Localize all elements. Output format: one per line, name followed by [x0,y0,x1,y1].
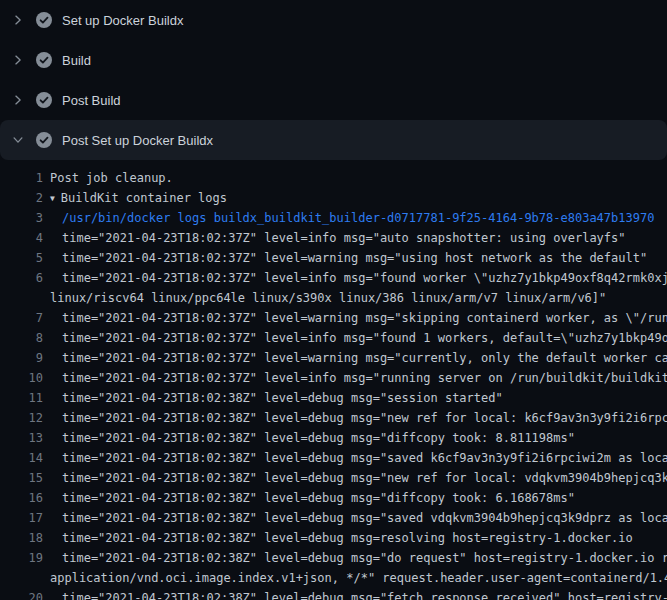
log-line: 15time="2021-04-23T18:02:38Z" level=debu… [0,468,667,488]
log-line-number[interactable]: 6 [0,268,43,288]
actions-log-viewer: Set up Docker BuildxBuildPost BuildPost … [0,0,667,600]
log-line: 18time="2021-04-23T18:02:38Z" level=debu… [0,528,667,548]
group-collapse-triangle-icon: ▼ [50,189,55,208]
log-line: 16time="2021-04-23T18:02:38Z" level=debu… [0,488,667,508]
log-line: 5time="2021-04-23T18:02:37Z" level=warni… [0,248,667,268]
check-circle-icon [36,52,52,68]
log-line-text: time="2021-04-23T18:02:37Z" level=warnin… [43,348,667,368]
log-line-number [0,288,43,308]
log-line: 17time="2021-04-23T18:02:38Z" level=debu… [0,508,667,528]
log-line-text: time="2021-04-23T18:02:38Z" level=debug … [43,468,667,488]
log-line-text: time="2021-04-23T18:02:38Z" level=debug … [43,548,667,568]
log-line: linux/riscv64 linux/ppc64le linux/s390x … [0,288,667,308]
log-line-text: time="2021-04-23T18:02:38Z" level=debug … [43,388,503,408]
steps-list: Set up Docker BuildxBuildPost BuildPost … [0,0,667,160]
chevron-right-icon [12,54,24,66]
log-line-number[interactable]: 5 [0,248,43,268]
log-line: application/vnd.oci.image.index.v1+json,… [0,568,667,588]
step-label: Set up Docker Buildx [62,13,183,28]
log-line-text: time="2021-04-23T18:02:37Z" level=info m… [43,268,667,288]
log-line-text: time="2021-04-23T18:02:37Z" level=info m… [43,368,667,388]
log-line-number[interactable]: 12 [0,408,43,428]
log-line: 9time="2021-04-23T18:02:37Z" level=warni… [0,348,667,368]
log-line-number[interactable]: 14 [0,448,43,468]
log-line-number[interactable]: 17 [0,508,43,528]
chevron-right-icon [12,14,24,26]
chevron-down-icon [12,134,24,146]
log-line: 3/usr/bin/docker logs buildx_buildkit_bu… [0,208,667,228]
log-line-text: ▼BuildKit container logs [43,188,227,208]
log-group-toggle[interactable]: 2▼BuildKit container logs [0,188,667,208]
log-line-text: time="2021-04-23T18:02:38Z" level=debug … [43,588,667,600]
log-line-text: time="2021-04-23T18:02:38Z" level=debug … [43,528,633,548]
log-line-number[interactable]: 13 [0,428,43,448]
log-line-text: time="2021-04-23T18:02:38Z" level=debug … [43,508,667,528]
check-circle-icon [36,132,52,148]
chevron-right-icon [12,94,24,106]
log-line: 8time="2021-04-23T18:02:37Z" level=info … [0,328,667,348]
check-circle-icon [36,92,52,108]
step-header-build[interactable]: Build [0,40,667,80]
log-line: 13time="2021-04-23T18:02:38Z" level=debu… [0,428,667,448]
log-line-text: linux/riscv64 linux/ppc64le linux/s390x … [43,288,606,308]
log-line: 11time="2021-04-23T18:02:38Z" level=debu… [0,388,667,408]
log-line-text: time="2021-04-23T18:02:37Z" level=info m… [43,228,626,248]
log-line: 20time="2021-04-23T18:02:38Z" level=debu… [0,588,667,600]
step-header-post-set-up-docker-buildx[interactable]: Post Set up Docker Buildx [0,120,667,160]
log-line-text: time="2021-04-23T18:02:37Z" level=info m… [43,328,667,348]
log-container[interactable]: 1Post job cleanup.2▼BuildKit container l… [0,160,667,600]
log-line-text: time="2021-04-23T18:02:37Z" level=warnin… [43,308,667,328]
log-line-number[interactable]: 1 [0,168,43,188]
log-line-number[interactable]: 4 [0,228,43,248]
log-line-number[interactable]: 3 [0,208,43,228]
log-line-text: time="2021-04-23T18:02:37Z" level=warnin… [43,248,647,268]
log-command-text: /usr/bin/docker logs buildx_buildkit_bui… [43,208,654,228]
log-line-number[interactable]: 10 [0,368,43,388]
log-line-text: time="2021-04-23T18:02:38Z" level=debug … [43,408,667,428]
log-line-number[interactable]: 9 [0,348,43,368]
log-line: 10time="2021-04-23T18:02:37Z" level=info… [0,368,667,388]
check-circle-icon [36,12,52,28]
log-line-number[interactable]: 16 [0,488,43,508]
log-line-number[interactable]: 20 [0,588,43,600]
log-line-number[interactable]: 11 [0,388,43,408]
step-header-set-up-docker-buildx[interactable]: Set up Docker Buildx [0,0,667,40]
step-label: Post Build [62,93,121,108]
step-label: Build [62,53,91,68]
step-header-post-build[interactable]: Post Build [0,80,667,120]
log-line-number[interactable]: 7 [0,308,43,328]
step-label: Post Set up Docker Buildx [62,133,213,148]
log-line: 12time="2021-04-23T18:02:38Z" level=debu… [0,408,667,428]
log-line-number[interactable]: 19 [0,548,43,568]
log-line-number[interactable]: 18 [0,528,43,548]
log-line: 6time="2021-04-23T18:02:37Z" level=info … [0,268,667,288]
log-line: 4time="2021-04-23T18:02:37Z" level=info … [0,228,667,248]
log-line-number [0,568,43,588]
log-line: 7time="2021-04-23T18:02:37Z" level=warni… [0,308,667,328]
log-line: 19time="2021-04-23T18:02:38Z" level=debu… [0,548,667,568]
log-line: 1Post job cleanup. [0,168,667,188]
log-line: 14time="2021-04-23T18:02:38Z" level=debu… [0,448,667,468]
log-line-text: time="2021-04-23T18:02:38Z" level=debug … [43,428,575,448]
log-line-text: time="2021-04-23T18:02:38Z" level=debug … [43,488,575,508]
log-line-number[interactable]: 2 [0,188,43,208]
log-line-number[interactable]: 8 [0,328,43,348]
log-line-text: application/vnd.oci.image.index.v1+json,… [43,568,667,588]
log-line-text: time="2021-04-23T18:02:38Z" level=debug … [43,448,667,468]
log-line-number[interactable]: 15 [0,468,43,488]
log-line-text: Post job cleanup. [43,168,173,188]
